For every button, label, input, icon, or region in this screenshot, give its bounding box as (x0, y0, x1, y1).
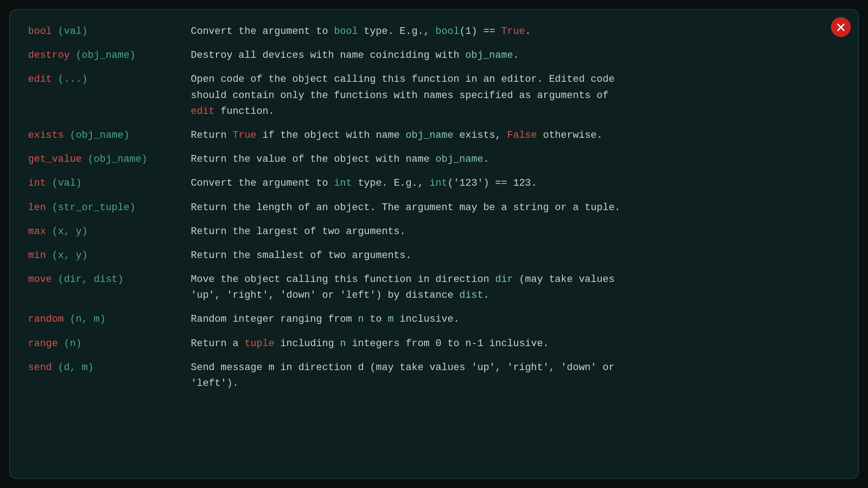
func-name: max (28, 226, 46, 237)
func-params: (x, y) (46, 250, 88, 261)
func-col: move (dir, dist) (28, 272, 191, 303)
func-col: max (x, y) (28, 224, 191, 239)
func-col: edit (...) (28, 71, 191, 119)
func-col: min (x, y) (28, 248, 191, 263)
func-name: min (28, 250, 46, 261)
func-name: bool (28, 26, 52, 37)
func-name: exists (28, 130, 64, 141)
desc-col: Destroy all devices with name coinciding… (191, 47, 840, 63)
entry-row: get_value (obj_name)Return the value of … (28, 151, 840, 167)
desc-col: Return the length of an object. The argu… (191, 200, 840, 216)
entry-row: bool (val)Convert the argument to bool t… (28, 23, 840, 39)
func-params: (n) (58, 338, 82, 349)
entry-row: random (n, m)Random integer ranging from… (28, 311, 840, 327)
func-col: bool (val) (28, 23, 191, 39)
func-params: (obj_name) (82, 154, 147, 165)
func-params: (x, y) (46, 226, 88, 237)
func-params: (str_or_tuple) (46, 202, 136, 213)
func-col: random (n, m) (28, 311, 191, 327)
main-container: bool (val)Convert the argument to bool t… (9, 9, 859, 479)
desc-col: Convert the argument to int type. E.g., … (191, 175, 840, 191)
desc-col: Convert the argument to bool type. E.g.,… (191, 23, 840, 39)
entry-row: move (dir, dist)Move the object calling … (28, 272, 840, 303)
func-name: get_value (28, 154, 82, 165)
func-params: (val) (46, 178, 82, 189)
func-params: (dir, dist) (52, 274, 123, 285)
func-col: range (n) (28, 336, 191, 352)
entry-row: edit (...)Open code of the object callin… (28, 71, 840, 119)
entry-row: max (x, y)Return the largest of two argu… (28, 224, 840, 239)
desc-col: Return True if the object with name obj_… (191, 127, 840, 143)
entry-row: range (n)Return a tuple including n inte… (28, 336, 840, 352)
desc-col: Return a tuple including n integers from… (191, 336, 840, 352)
func-col: len (str_or_tuple) (28, 200, 191, 216)
func-name: range (28, 338, 58, 349)
func-params: (obj_name) (64, 130, 129, 141)
func-col: int (val) (28, 175, 191, 191)
func-col: get_value (obj_name) (28, 151, 191, 167)
func-params: (obj_name) (70, 50, 135, 61)
close-button[interactable] (831, 17, 851, 37)
func-params: (val) (52, 26, 88, 37)
func-params: (n, m) (64, 314, 105, 325)
func-name: random (28, 314, 64, 325)
desc-col: Random integer ranging from n to m inclu… (191, 311, 840, 327)
desc-col: Return the largest of two arguments. (191, 224, 840, 239)
func-params: (...) (52, 74, 88, 85)
entry-row: destroy (obj_name)Destroy all devices wi… (28, 47, 840, 63)
content-area: bool (val)Convert the argument to bool t… (28, 23, 840, 465)
func-params: (d, m) (52, 362, 94, 373)
entry-row: len (str_or_tuple)Return the length of a… (28, 200, 840, 216)
func-name: destroy (28, 50, 70, 61)
func-name: len (28, 202, 46, 213)
func-name: send (28, 362, 52, 373)
entry-row: int (val)Convert the argument to int typ… (28, 175, 840, 191)
func-name: int (28, 178, 46, 189)
entry-row: send (d, m)Send message m in direction d… (28, 360, 840, 391)
func-col: send (d, m) (28, 360, 191, 391)
entry-row: min (x, y)Return the smallest of two arg… (28, 248, 840, 263)
func-name: edit (28, 74, 52, 85)
func-col: exists (obj_name) (28, 127, 191, 143)
desc-col: Move the object calling this function in… (191, 272, 840, 303)
desc-col: Return the smallest of two arguments. (191, 248, 840, 263)
func-col: destroy (obj_name) (28, 47, 191, 63)
entry-row: exists (obj_name)Return True if the obje… (28, 127, 840, 143)
func-name: move (28, 274, 52, 285)
desc-col: Return the value of the object with name… (191, 151, 840, 167)
desc-col: Open code of the object calling this fun… (191, 71, 840, 119)
desc-col: Send message m in direction d (may take … (191, 360, 840, 391)
